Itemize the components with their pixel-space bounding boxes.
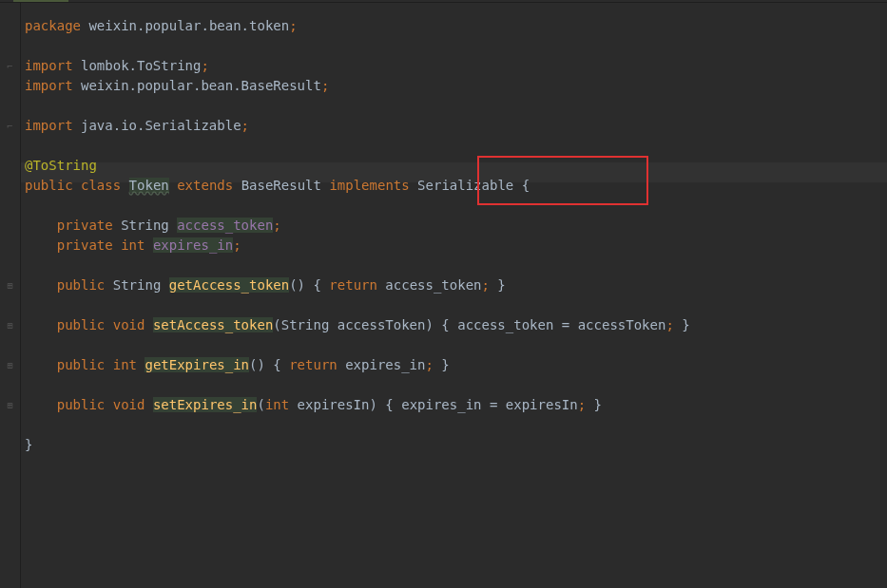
keyword: import bbox=[25, 58, 73, 73]
code-line[interactable]: private int expires_in; bbox=[25, 236, 887, 256]
gutter-row bbox=[0, 335, 20, 355]
gutter-row bbox=[0, 216, 20, 236]
keyword: import bbox=[25, 78, 73, 93]
fold-closed-icon[interactable]: ⊞ bbox=[0, 355, 20, 375]
paren: ( bbox=[273, 317, 280, 332]
code-line[interactable]: public String getAccess_token() { return… bbox=[25, 275, 887, 295]
fold-closed-icon[interactable]: ⊞ bbox=[0, 275, 20, 295]
base-class: BaseResult bbox=[241, 178, 321, 193]
keyword: implements bbox=[329, 178, 409, 193]
param-name: accessToken bbox=[329, 317, 425, 332]
code-line[interactable]: public void setExpires_in(int expiresIn)… bbox=[25, 395, 887, 415]
param-name: expiresIn bbox=[289, 397, 369, 412]
gutter-row bbox=[0, 176, 20, 196]
expr: expires_in bbox=[337, 357, 426, 372]
code-line[interactable]: import weixin.popular.bean.BaseResult; bbox=[25, 76, 887, 96]
code-line[interactable]: public int getExpires_in() { return expi… bbox=[25, 355, 887, 375]
top-edit-marker bbox=[13, 0, 68, 2]
semicolon: ; bbox=[273, 218, 280, 233]
code-line[interactable]: import lombok.ToString; bbox=[25, 56, 887, 76]
expr: access_token bbox=[377, 277, 482, 293]
parens: () bbox=[289, 277, 305, 293]
code-line[interactable] bbox=[25, 256, 887, 275]
keyword: return bbox=[289, 357, 337, 372]
method-name: getAccess_token bbox=[169, 277, 289, 293]
class-ref: BaseResult bbox=[241, 78, 321, 93]
import-path: lombok. bbox=[73, 58, 137, 73]
code-line[interactable]: private String access_token; bbox=[25, 216, 887, 236]
brace: { bbox=[377, 397, 401, 412]
keyword: public int bbox=[57, 357, 137, 372]
gutter-row bbox=[0, 76, 20, 96]
semicolon: ; bbox=[241, 118, 249, 133]
code-line[interactable] bbox=[25, 375, 887, 395]
brace: } bbox=[25, 437, 32, 452]
semicolon: ; bbox=[665, 317, 673, 332]
op: = bbox=[482, 397, 506, 412]
method-name: setAccess_token bbox=[153, 317, 273, 332]
fold-open-icon[interactable]: ⌐ bbox=[0, 56, 20, 76]
class-name: Token bbox=[129, 178, 169, 193]
semicolon: ; bbox=[425, 357, 433, 372]
code-line[interactable]: import java.io.Serializable; bbox=[25, 116, 887, 136]
op: = bbox=[553, 317, 577, 332]
code-editor[interactable]: ⌐ ⌐ ⊞ ⊞ ⊞ ⊞ package weixin.popular.bean.… bbox=[0, 3, 887, 588]
paren: ) bbox=[425, 317, 433, 332]
gutter[interactable]: ⌐ ⌐ ⊞ ⊞ ⊞ ⊞ bbox=[0, 3, 21, 588]
method-name: setExpires_in bbox=[153, 397, 258, 412]
code-line[interactable] bbox=[25, 415, 887, 435]
annotation: @ToString bbox=[25, 158, 97, 173]
fold-open-icon[interactable]: ⌐ bbox=[0, 116, 20, 136]
keyword: public bbox=[57, 277, 106, 293]
gutter-row bbox=[0, 295, 20, 315]
code-line[interactable]: public void setAccess_token(String acces… bbox=[25, 315, 887, 335]
brace: { bbox=[305, 277, 329, 293]
keyword: public void bbox=[57, 397, 145, 412]
gutter-row bbox=[0, 375, 20, 395]
field-name: expires_in bbox=[153, 237, 233, 253]
class-ref: Serializable bbox=[145, 118, 241, 133]
gutter-row bbox=[0, 236, 20, 256]
semicolon: ; bbox=[233, 237, 241, 253]
code-line[interactable]: @ToString bbox=[25, 156, 887, 176]
code-line[interactable] bbox=[25, 36, 887, 56]
code-line[interactable]: } bbox=[25, 435, 887, 455]
rhs: expiresIn bbox=[506, 397, 578, 412]
keyword: private int bbox=[57, 237, 145, 253]
code-line[interactable]: package weixin.popular.bean.token; bbox=[25, 16, 887, 36]
code-line[interactable] bbox=[25, 335, 887, 355]
brace: { bbox=[513, 178, 530, 193]
lhs: access_token bbox=[457, 317, 553, 332]
param-type: String bbox=[281, 317, 330, 332]
brace: } bbox=[586, 397, 602, 412]
code-area[interactable]: package weixin.popular.bean.token; impor… bbox=[21, 3, 887, 588]
brace: } bbox=[490, 277, 506, 293]
gutter-row bbox=[0, 16, 20, 36]
class-ref: ToString bbox=[137, 58, 201, 73]
keyword: private bbox=[57, 218, 113, 233]
lhs: expires_in bbox=[401, 397, 481, 412]
keyword: public class bbox=[25, 178, 121, 193]
brace: { bbox=[434, 317, 457, 332]
fold-closed-icon[interactable]: ⊞ bbox=[0, 395, 20, 415]
parens: () bbox=[249, 357, 265, 372]
code-line[interactable] bbox=[25, 295, 887, 315]
gutter-row bbox=[0, 156, 20, 176]
code-line[interactable] bbox=[25, 196, 887, 216]
paren: ( bbox=[257, 397, 264, 412]
brace: } bbox=[434, 357, 450, 372]
gutter-row bbox=[0, 36, 20, 56]
semicolon: ; bbox=[578, 397, 586, 412]
brace: { bbox=[265, 357, 289, 372]
keyword: public void bbox=[57, 317, 145, 332]
semicolon: ; bbox=[482, 277, 490, 293]
method-name: getExpires_in bbox=[145, 357, 249, 372]
fold-closed-icon[interactable]: ⊞ bbox=[0, 315, 20, 335]
keyword: return bbox=[329, 277, 377, 293]
code-line[interactable]: public class Token extends BaseResult im… bbox=[25, 176, 887, 196]
type-ref: String bbox=[121, 218, 169, 233]
gutter-row bbox=[0, 256, 20, 275]
code-line[interactable] bbox=[25, 136, 887, 156]
param-type: int bbox=[265, 397, 289, 412]
code-line[interactable] bbox=[25, 96, 887, 116]
